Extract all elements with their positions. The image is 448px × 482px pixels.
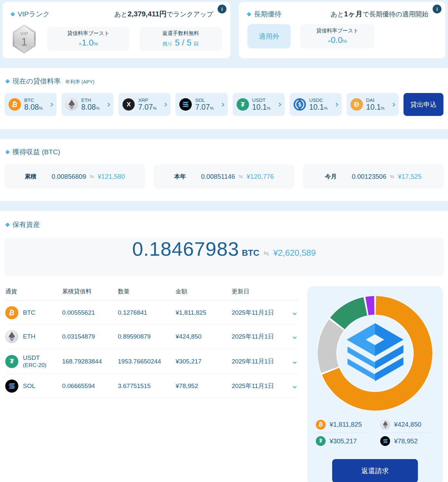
top-cards-row: VIPランク あと2,379,411円でランクアップ i VIP 1 貸借料率ブ… <box>0 0 448 58</box>
legend-item-btc: ₿ ¥1,811,825 <box>316 417 370 433</box>
earnings-yen-value: ¥121,580 <box>98 173 125 180</box>
diamond-bullet-icon <box>5 150 10 154</box>
legend-item-usdt: ₮ ¥305,217 <box>316 433 370 449</box>
portfolio-panel: ₿ ¥1,811,825 ¥424,850 ₮ ¥305,217 ¥78,952… <box>307 286 443 482</box>
coin-name: SOL <box>23 382 35 390</box>
coin-name: USDT <box>23 354 46 362</box>
chevron-down-icon[interactable] <box>293 335 297 339</box>
fee-free-remaining: 残り 5 / 5 回 <box>163 38 199 48</box>
col-header-updated: 更新日 <box>232 286 287 301</box>
assets-table: 通貨 累積貸借料 数量 金額 更新日 ₿BTC 0.00555621 0.127… <box>5 286 298 398</box>
longterm-title-label: 長期優待 <box>254 9 281 19</box>
longterm-card-header: 長期優待 あと1ヶ月で長期優待の適用開始 <box>247 9 437 19</box>
longterm-boost-card: 貸借料率ブースト ×0.0% <box>300 24 374 48</box>
rate-coin-name: USDT <box>252 98 271 103</box>
vip-rank-card: VIPランク あと2,379,411円でランクアップ i VIP 1 貸借料率ブ… <box>3 2 230 58</box>
legend-item-eth: ¥424,850 <box>380 417 434 433</box>
cumulative-fee-value: 0.03154879 <box>62 325 118 349</box>
longterm-title: 長期優待 <box>247 9 281 19</box>
quantity-value: 0.1276841 <box>118 301 175 325</box>
rate-card-sol[interactable]: SOL 7.07% <box>175 93 227 116</box>
boost-value: ×1.0% <box>79 38 98 48</box>
rate-coin-name: BTC <box>24 98 43 103</box>
rankup-note: あと2,379,411円でランクアップ <box>114 9 213 19</box>
longterm-boost-label: 貸借料率ブースト <box>316 28 358 34</box>
quantity-value: 0.89590879 <box>118 325 175 349</box>
vip-badge-number: 1 <box>21 36 27 47</box>
col-header-quantity: 数量 <box>118 286 175 301</box>
rate-value: 10.1% <box>309 103 328 111</box>
svg-text:$: $ <box>298 102 301 108</box>
earnings-card-ytd: 本年 0.00851146 ≒ ¥120,776 <box>154 164 294 189</box>
table-row-usdt: ₮USDT(ERC-20) 168.79283844 1953.76650244… <box>5 349 298 374</box>
rate-coin-name: ETH <box>81 98 99 103</box>
cumulative-fee-value: 0.00555621 <box>62 301 118 325</box>
rate-card-xrp[interactable]: X XRP 7.07% <box>118 93 170 116</box>
rate-coin-name: XRP <box>138 98 156 103</box>
coin-subname: (ERC-20) <box>23 362 46 369</box>
chevron-down-icon[interactable] <box>293 384 297 389</box>
sol-icon <box>5 380 18 393</box>
updated-date: 2025年11月1日 <box>232 301 287 325</box>
rate-value: 7.07% <box>138 103 156 111</box>
earnings-btc-value: 0.00851146 <box>201 173 235 180</box>
longterm-status-badge: 適用外 <box>247 24 291 48</box>
vip-rank-title-label: VIPランク <box>18 9 50 19</box>
chevron-down-icon[interactable] <box>293 360 297 364</box>
rate-card-usdt[interactable]: ₮ USDT 10.1% <box>233 93 285 116</box>
info-icon[interactable]: i <box>433 5 441 13</box>
info-icon[interactable]: i <box>218 5 226 13</box>
rates-title: 現在の貸借料率 <box>12 77 61 86</box>
rate-value: 8.08% <box>81 103 99 111</box>
earnings-label: 累積 <box>25 173 36 180</box>
updated-date: 2025年11月1日 <box>232 325 287 349</box>
earnings-yen-value: ¥120,776 <box>246 173 274 180</box>
earnings-card-cumulative: 累積 0.00856809 ≒ ¥121,580 <box>5 164 145 189</box>
longterm-boost-value: ×0.0% <box>328 35 347 45</box>
legend-value: ¥305,217 <box>330 437 357 445</box>
approx-symbol: ≒ <box>263 249 269 258</box>
updated-date: 2025年11月1日 <box>232 349 287 374</box>
legend-value: ¥424,850 <box>394 421 421 428</box>
rate-card-usdc[interactable]: $ USDC 10.1% <box>290 93 342 116</box>
total-yen-value: ¥2,620,589 <box>273 248 316 258</box>
boost-label: 貸借料率ブースト <box>67 30 109 37</box>
rate-card-btc[interactable]: ₿ BTC 8.08% <box>5 93 57 116</box>
vip-badge: VIP 1 <box>11 24 37 54</box>
portfolio-donut-chart <box>318 296 432 411</box>
diamond-bullet-icon <box>5 79 10 83</box>
updated-date: 2025年11月1日 <box>232 374 287 398</box>
earnings-section-heading: 獲得収益 (BTC) <box>0 147 448 157</box>
chevron-down-icon[interactable] <box>293 311 297 315</box>
vip-rank-title: VIPランク <box>11 9 50 19</box>
sol-icon <box>179 98 192 111</box>
rate-coin-name: SOL <box>195 98 213 103</box>
chevron-right-icon <box>391 102 395 107</box>
diamond-bullet-icon <box>5 222 10 227</box>
holdings-title: 保有資産 <box>12 220 40 229</box>
table-row-sol: SOL 0.06665594 3.67751515 ¥78,952 2025年1… <box>5 374 298 398</box>
rate-value: 8.08% <box>24 103 43 111</box>
rates-section-heading: 現在の貸借料率 年利率 (APY) <box>0 77 448 86</box>
approx-symbol: ≒ <box>390 173 395 180</box>
dai-icon: Ð <box>350 98 363 111</box>
chevron-right-icon <box>220 102 224 107</box>
col-header-cumulative-fee: 累積貸借料 <box>62 286 118 301</box>
earnings-card-month: 今月 0.00123506 ≒ ¥17,525 <box>303 164 443 189</box>
col-header-amount: 金額 <box>176 286 232 301</box>
earnings-btc-value: 0.00123506 <box>352 173 386 180</box>
fee-free-card: 返還手数料無料 残り 5 / 5 回 <box>139 27 222 51</box>
btc-icon: ₿ <box>5 306 18 319</box>
chevron-right-icon <box>334 102 338 107</box>
amount-value: ¥1,811,825 <box>176 301 232 325</box>
rate-card-eth[interactable]: ETH 8.08% <box>62 93 114 116</box>
longterm-benefit-card: 長期優待 あと1ヶ月で長期優待の適用開始 i 適用外 貸借料率ブースト ×0.0… <box>239 2 445 58</box>
donut-legend: ₿ ¥1,811,825 ¥424,850 ₮ ¥305,217 ¥78,952 <box>315 417 435 449</box>
rate-card-dai[interactable]: Ð DAI 10.1% <box>347 93 399 116</box>
earnings-title: 獲得収益 (BTC) <box>12 147 60 157</box>
total-btc-unit: BTC <box>242 248 259 258</box>
return-request-button[interactable]: 返還請求 <box>332 459 418 482</box>
vip-card-header: VIPランク あと2,379,411円でランクアップ <box>11 9 222 19</box>
boost-card: 貸借料率ブースト ×1.0% <box>47 27 130 51</box>
lend-apply-button[interactable]: 貸出申込 <box>403 93 443 116</box>
